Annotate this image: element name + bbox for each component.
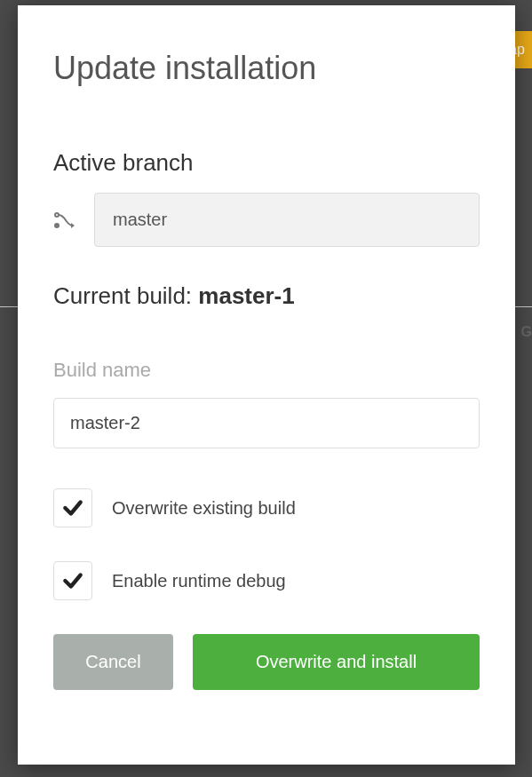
branch-row: master [53,193,480,247]
overwrite-install-button[interactable]: Overwrite and install [193,634,480,690]
build-name-input[interactable] [53,398,480,448]
active-branch-label: Active branch [53,149,480,177]
debug-checkbox-row: Enable runtime debug [53,561,480,600]
build-name-label: Build name [53,359,480,382]
branch-select[interactable]: master [94,193,480,247]
current-build-label: Current build: [53,282,198,309]
modal-title: Update installation [53,50,480,87]
check-icon [61,496,84,519]
update-installation-modal: Update installation Active branch master… [18,5,515,765]
debug-checkbox[interactable] [53,561,92,600]
overwrite-checkbox-label: Overwrite existing build [112,498,296,519]
debug-checkbox-label: Enable runtime debug [112,571,286,591]
current-build-value: master-1 [198,282,294,309]
overwrite-checkbox[interactable] [53,488,92,527]
branch-icon [53,210,78,231]
check-icon [61,569,84,592]
button-row: Cancel Overwrite and install [53,634,480,690]
backdrop-partial-text: G [521,324,532,340]
overwrite-checkbox-row: Overwrite existing build [53,488,480,527]
current-build-row: Current build: master-1 [53,282,480,310]
svg-point-1 [55,224,59,227]
svg-point-0 [55,213,59,217]
cancel-button[interactable]: Cancel [53,634,173,690]
